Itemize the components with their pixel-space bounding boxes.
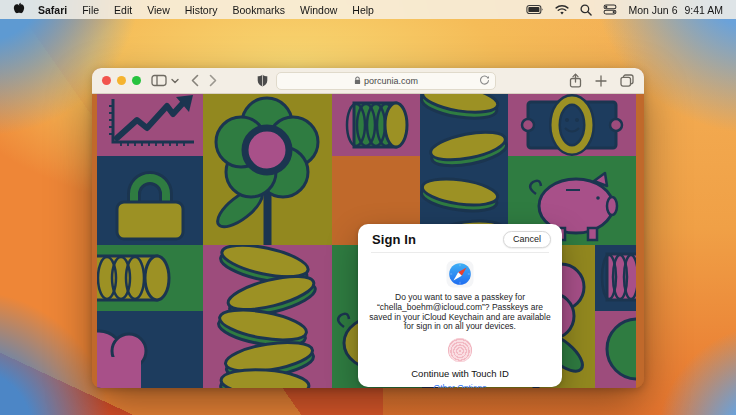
address-bar[interactable]: porcunia.com — [276, 72, 496, 90]
reload-icon[interactable] — [479, 75, 490, 88]
menu-item-history[interactable]: History — [185, 4, 218, 16]
close-window-button[interactable] — [102, 76, 111, 85]
new-tab-icon[interactable] — [595, 75, 607, 87]
menu-bar: Safari File Edit View History Bookmarks … — [0, 0, 736, 19]
padlock-illustration — [97, 156, 203, 245]
menu-item-window[interactable]: Window — [300, 4, 337, 16]
clock-time: 9:41 AM — [684, 4, 723, 16]
menu-item-file[interactable]: File — [82, 4, 99, 16]
wifi-icon[interactable] — [555, 4, 569, 15]
safari-window: porcunia.com — [92, 68, 644, 388]
green-flower-illustration — [203, 94, 332, 245]
green-circle-illustration — [595, 311, 636, 388]
window-controls — [102, 76, 141, 85]
dialog-body-text: Do you want to save a passkey for “chell… — [366, 293, 554, 332]
battery-icon[interactable] — [526, 4, 544, 15]
padlock-icon — [354, 76, 361, 85]
safari-compass-icon — [446, 260, 474, 288]
dialog-header: Sign In Cancel — [358, 224, 562, 252]
privacy-shield-icon[interactable] — [257, 74, 268, 87]
coin-stack-illustration — [203, 245, 332, 388]
falling-coins-illustration — [420, 94, 508, 245]
passkey-dialog: Sign In Cancel — [358, 224, 562, 387]
coin-roll-illustration — [332, 94, 420, 156]
other-options-link[interactable]: Other Options — [358, 383, 562, 388]
control-center-icon[interactable] — [603, 4, 617, 15]
dialog-title: Sign In — [372, 232, 416, 247]
clock-date: Mon Jun 6 — [628, 4, 677, 16]
address-bar-url: porcunia.com — [364, 76, 418, 86]
menu-item-safari[interactable]: Safari — [38, 4, 67, 16]
search-icon[interactable] — [580, 4, 592, 16]
desktop: Safari File Edit View History Bookmarks … — [0, 0, 736, 415]
back-icon[interactable] — [191, 74, 199, 87]
fingerprint-icon — [448, 338, 472, 362]
minimize-window-button[interactable] — [117, 76, 126, 85]
cancel-button[interactable]: Cancel — [503, 231, 551, 248]
apple-logo-icon — [13, 2, 25, 15]
zoom-window-button[interactable] — [132, 76, 141, 85]
sidebar-icon[interactable] — [151, 74, 167, 87]
tab-overview-icon[interactable] — [620, 74, 634, 87]
browser-toolbar: porcunia.com — [92, 68, 644, 94]
cloud-illustration — [97, 311, 203, 388]
menu-item-edit[interactable]: Edit — [114, 4, 132, 16]
menu-bar-clock[interactable]: Mon Jun 6 9:41 AM — [628, 4, 723, 16]
menu-item-help[interactable]: Help — [352, 4, 374, 16]
forward-icon[interactable] — [209, 74, 217, 87]
apple-menu[interactable] — [13, 2, 25, 17]
share-icon[interactable] — [569, 73, 582, 88]
coin-roll-small-illustration — [595, 245, 636, 311]
money-bill-illustration — [508, 94, 636, 156]
line-chart-illustration — [97, 94, 203, 156]
dialog-divider — [371, 252, 549, 253]
coin-roll-green-illustration — [97, 245, 203, 311]
continue-with-touch-id-label[interactable]: Continue with Touch ID — [358, 368, 562, 379]
chevron-down-icon[interactable] — [171, 78, 179, 84]
menu-item-bookmarks[interactable]: Bookmarks — [232, 4, 285, 16]
menu-item-view[interactable]: View — [147, 4, 170, 16]
